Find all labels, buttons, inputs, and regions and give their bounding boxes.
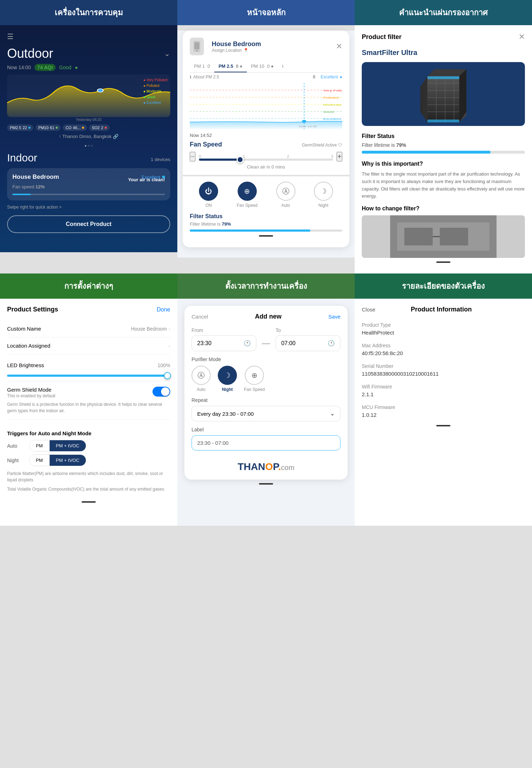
filter-panel-title: Product filter xyxy=(362,33,401,41)
led-brightness-row: LED Brightness 100% xyxy=(7,359,170,372)
repeat-dropdown[interactable]: Every day 23:30 - 07:00 ⌄ xyxy=(192,406,340,421)
fan-speed-mode-label: Fan Speed xyxy=(244,387,265,392)
action-auto[interactable]: Ⓐ Auto xyxy=(276,182,295,208)
chart-label-good: ● Good xyxy=(143,94,167,100)
action-on[interactable]: ⏻ ON xyxy=(199,182,218,208)
info-header: Close Product Information xyxy=(362,306,525,313)
pm-tabs: PM 1 0 PM 2.5 0 ● PM 10 0 ● t xyxy=(190,61,342,73)
fan-speed-title: Fan Speed xyxy=(190,141,222,148)
filter-lifetime-text: Filter lifetime is 79% xyxy=(362,142,525,148)
why-important-text: The filter is the single most important … xyxy=(362,171,525,200)
schedule-bottom-indicator xyxy=(259,483,273,485)
fan-slider-labels: 0123 xyxy=(199,154,333,159)
custom-name-chevron-icon: › xyxy=(168,326,170,332)
night-mode-icon[interactable]: ☽ xyxy=(218,366,237,385)
led-slider[interactable] xyxy=(7,375,170,377)
done-button[interactable]: Done xyxy=(157,306,170,313)
auto-trigger-label: Auto xyxy=(7,443,25,449)
how-change-title: How to change filter? xyxy=(362,205,525,212)
to-time-input[interactable]: 07:00 🕐 xyxy=(276,335,340,351)
led-label: LED Brightness xyxy=(7,362,44,368)
product-info-panel: Close Product Information Product Type H… xyxy=(355,299,532,526)
led-thumb[interactable] xyxy=(164,372,171,379)
metric-pm10: PM10 61 xyxy=(35,125,61,131)
outdoor-chevron-icon[interactable]: ⌄ xyxy=(164,49,170,58)
particle-note: Particle Matter(PM) are airborne element… xyxy=(7,470,170,483)
fan-slider-container[interactable]: 0123 xyxy=(199,153,333,161)
auto-pm-option[interactable]: PM xyxy=(29,440,50,451)
settings-header: Product Settings Done xyxy=(7,306,170,313)
mode-night[interactable]: ☽ Night xyxy=(218,366,237,392)
action-icons-row: ⏻ ON ⊕ Fan Speed Ⓐ Auto ☽ Night xyxy=(190,182,342,208)
night-label: Night xyxy=(314,203,333,208)
mode-fan-speed[interactable]: ⊕ Fan Speed xyxy=(244,366,265,392)
outdoor-aqi: 74 AQI xyxy=(34,64,56,71)
fan-increase-button[interactable]: + xyxy=(337,152,342,161)
pm1-tab[interactable]: PM 1 0 xyxy=(190,61,214,72)
info-close-button[interactable]: Close xyxy=(362,306,375,313)
germ-shield-toggle[interactable] xyxy=(153,387,170,397)
connect-product-button[interactable]: Connect Product xyxy=(7,215,170,233)
filter-panel-close-button[interactable]: ✕ xyxy=(519,32,525,42)
night-mode-label: Night xyxy=(218,387,237,392)
from-time-block: From 23:30 🕐 xyxy=(192,327,256,351)
on-icon[interactable]: ⏻ xyxy=(199,182,218,201)
svg-rect-2 xyxy=(194,42,199,49)
mcu-firmware-section: MCU Firmware 1.0.12 xyxy=(362,404,525,418)
auto-pm-tvoc-option[interactable]: PM + tVOC xyxy=(50,440,86,451)
led-track xyxy=(7,375,170,377)
auto-icon[interactable]: Ⓐ xyxy=(276,182,295,201)
svg-text:Good: Good xyxy=(323,110,334,113)
filter-bar xyxy=(190,230,342,232)
pm-status-label: Excellent xyxy=(321,74,338,79)
location-label: Location Assigned xyxy=(7,343,50,349)
auto-mode-icon[interactable]: Ⓐ xyxy=(192,366,211,385)
mode-auto[interactable]: Ⓐ Auto xyxy=(192,366,211,392)
thanop-logo-text: THAN xyxy=(238,461,265,472)
schedule-panel: Cancel Add new Save From 23:30 🕐 — To xyxy=(177,299,355,526)
night-pm-option[interactable]: PM xyxy=(29,455,50,466)
chart-legend: ● Very Polluted ● Polluted ● Moderate ● … xyxy=(143,77,167,106)
night-icon[interactable]: ☽ xyxy=(314,182,333,201)
custom-name-label: Custom Name xyxy=(7,326,41,332)
info-title: Product Information xyxy=(411,306,472,313)
repeat-label: Repeat xyxy=(192,397,340,403)
device-progress-bar xyxy=(12,194,165,195)
mac-address-label: Mac Address xyxy=(362,343,525,348)
action-night[interactable]: ☽ Night xyxy=(314,182,333,208)
filter-bottom-indicator xyxy=(436,261,450,263)
product-type-label: Product Type xyxy=(362,322,525,328)
fan-speed-mode-icon[interactable]: ⊕ xyxy=(245,366,264,385)
time-dash: — xyxy=(262,331,270,348)
from-time-value: 23:30 xyxy=(197,340,211,347)
serial-number-section: Serial Number 11058383800000310210001611 xyxy=(362,363,525,377)
modal-close-button[interactable]: ✕ xyxy=(336,42,342,51)
how-change-image xyxy=(362,215,525,258)
pm-current-value: 0 xyxy=(313,74,315,79)
fan-thumb[interactable] xyxy=(237,156,244,163)
product-type-value: HealthProtect xyxy=(362,330,525,336)
from-time-input[interactable]: 23:30 🕐 xyxy=(192,335,256,351)
filter-status-heading: Filter Status xyxy=(362,133,525,139)
pm10-tab[interactable]: PM 10 0 ● xyxy=(247,61,278,72)
location-row[interactable]: Location Assigned › xyxy=(7,337,170,354)
svg-text:Excellent: Excellent xyxy=(323,117,341,120)
serial-number-label: Serial Number xyxy=(362,363,525,369)
cancel-button[interactable]: Cancel xyxy=(192,314,208,320)
fan-speed-icon[interactable]: ⊕ xyxy=(238,182,257,201)
t-tab[interactable]: t xyxy=(278,61,288,72)
hamburger-menu-icon[interactable]: ☰ xyxy=(7,32,170,41)
device-card[interactable]: House Bedroom Excellent Fan speed 12% Yo… xyxy=(7,168,170,200)
to-label: To xyxy=(276,327,340,333)
save-button[interactable]: Save xyxy=(328,314,340,320)
svg-text:Moderate: Moderate xyxy=(323,103,342,106)
chart-label-excellent: ● Excellent xyxy=(143,100,167,106)
label-input[interactable]: 23:30 - 07:00 xyxy=(192,435,340,451)
pm25-tab[interactable]: PM 2.5 0 ● xyxy=(214,61,247,72)
custom-name-row[interactable]: Custom Name House Bedroom › xyxy=(7,320,170,337)
action-fan-speed[interactable]: ⊕ Fan Speed xyxy=(237,182,257,208)
night-pm-tvoc-option[interactable]: PM + tVOC xyxy=(50,455,86,466)
fan-decrease-button[interactable]: − xyxy=(190,152,195,161)
metric-pm25: PM2.5 22 xyxy=(7,125,33,131)
germ-enabled-text: This is enabled by default xyxy=(7,393,55,398)
